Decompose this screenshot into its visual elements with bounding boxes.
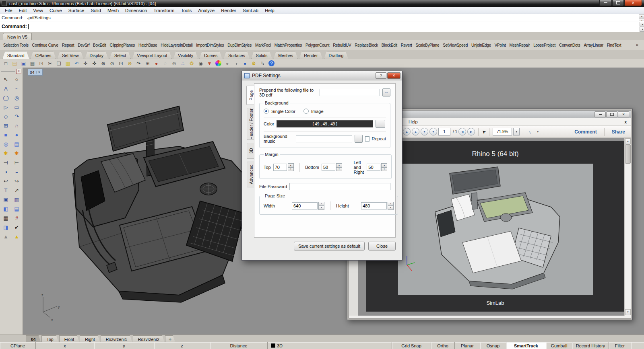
car-icon[interactable]: ●: [152, 60, 161, 67]
minimize-button[interactable]: [599, 0, 612, 6]
spin-up-icon[interactable]: ▴: [288, 163, 294, 167]
menu-item[interactable]: Surface: [65, 8, 88, 13]
command-link[interactable]: Repeat: [62, 43, 74, 47]
curve-icon[interactable]: ~: [11, 84, 22, 93]
toolbar-tab[interactable]: Render: [299, 51, 322, 59]
planes-icon[interactable]: ▤: [11, 140, 22, 149]
command-link[interactable]: Revert: [401, 43, 412, 47]
command-link[interactable]: RebuildUV: [333, 43, 351, 47]
fillet-icon[interactable]: ↩: [0, 177, 11, 186]
spin-down-icon[interactable]: ▾: [388, 206, 394, 210]
command-link[interactable]: DevSrf: [78, 43, 89, 47]
sidebar-slider[interactable]: [1, 71, 15, 72]
color-wheel-icon[interactable]: [214, 60, 223, 67]
rotate-view-icon[interactable]: ↷: [134, 60, 143, 67]
status-toggle[interactable]: Osnap: [480, 342, 506, 349]
new-file-icon[interactable]: □: [2, 60, 10, 67]
background-color-swatch[interactable]: { 49 , 49 , 49 }: [277, 120, 373, 127]
toolbar-overflow-chevron[interactable]: »: [636, 42, 638, 47]
comment-button[interactable]: Comment: [574, 129, 597, 135]
sphere-shaded-icon[interactable]: ◑: [232, 60, 240, 67]
select-tool-icon[interactable]: ➤: [481, 128, 487, 135]
solid-tools-icon[interactable]: ◧: [0, 204, 11, 214]
ghost-icon[interactable]: ◌: [161, 60, 169, 67]
sidebar-close-icon[interactable]: ✕: [16, 69, 21, 74]
command-prompt[interactable]: Command: ▴ ▾: [0, 21, 644, 32]
viewport-tab[interactable]: Front: [59, 335, 80, 343]
viewport-tab[interactable]: Top: [41, 335, 59, 343]
copy-icon[interactable]: ❏: [55, 60, 63, 67]
close-button[interactable]: ✕: [624, 0, 642, 6]
pdf-preview-image[interactable]: [398, 164, 593, 295]
boolean-diff-icon[interactable]: ◒: [11, 167, 22, 177]
save-icon[interactable]: ▣: [19, 60, 28, 67]
toolbar-tab[interactable]: Surfaces: [223, 51, 250, 59]
menu-item[interactable]: Transform: [150, 8, 178, 13]
margin-top-input[interactable]: [273, 164, 287, 171]
menu-item[interactable]: Curve: [46, 8, 65, 13]
trim-icon[interactable]: ⊣: [0, 158, 11, 167]
spin-down-icon[interactable]: ▾: [288, 167, 294, 171]
polygon-icon[interactable]: ◇: [0, 112, 11, 121]
viewport-tab[interactable]: Right: [80, 335, 100, 343]
torus-icon[interactable]: ◎: [0, 140, 11, 149]
file-password-input[interactable]: [289, 183, 390, 190]
menu-item[interactable]: Analyze: [195, 8, 218, 13]
status-toggle[interactable]: SmartTrack: [506, 342, 546, 349]
shaded-display-icon[interactable]: ▼: [205, 60, 214, 67]
save-default-button[interactable]: Save current settings as default: [294, 242, 365, 250]
command-link[interactable]: Selection Tools: [3, 43, 29, 47]
command-link[interactable]: DupDimStyles: [227, 43, 252, 47]
menu-item[interactable]: Help: [262, 8, 278, 13]
zoom-extents-icon[interactable]: ⊛: [126, 60, 134, 67]
spin-up-icon[interactable]: ▴: [318, 202, 324, 206]
prepend-file-input[interactable]: [320, 89, 380, 96]
menu-item[interactable]: File: [2, 8, 16, 13]
command-link[interactable]: PolygonCount: [305, 43, 329, 47]
status-cell[interactable]: CPlane: [0, 342, 36, 349]
command-link[interactable]: LooseProject: [533, 43, 555, 47]
lock-icon[interactable]: ◉: [196, 60, 205, 67]
pdf-maximize-button[interactable]: [606, 111, 617, 117]
command-link[interactable]: ConvertDots: [559, 43, 580, 47]
spin-down-icon[interactable]: ▾: [318, 206, 324, 210]
music-browse-button[interactable]: ...: [355, 135, 363, 143]
status-cell[interactable]: z: [154, 342, 210, 349]
height-input[interactable]: [361, 202, 387, 209]
circle-icon[interactable]: ◯: [0, 93, 11, 103]
polyline-icon[interactable]: Λ: [0, 84, 11, 93]
pdf-minimize-button[interactable]: [594, 111, 606, 117]
width-input[interactable]: [292, 202, 318, 209]
blend-icon[interactable]: ↪: [11, 177, 22, 186]
margin-bottom-input[interactable]: [322, 164, 335, 171]
viewport-layout-icon[interactable]: ⊞: [143, 60, 152, 67]
add-viewport-tab-icon[interactable]: ✛: [165, 335, 175, 343]
command-link[interactable]: HideLayersInDetail: [161, 43, 192, 47]
frame-icon[interactable]: #: [11, 214, 22, 223]
undo-icon[interactable]: ↶: [72, 60, 81, 67]
spin-down-icon[interactable]: ▾: [336, 167, 342, 171]
viewport-tab[interactable]: Rozvržení2: [133, 335, 165, 343]
status-toggle[interactable]: Ortho: [431, 342, 455, 349]
array-edit-icon[interactable]: ▥: [11, 195, 22, 204]
toolbar-group-tab[interactable]: New in V5: [3, 33, 32, 40]
image-radio[interactable]: [303, 109, 309, 114]
pdf-scrollbar[interactable]: ▲ ▼: [624, 138, 631, 316]
help-icon[interactable]: ?: [267, 60, 276, 67]
cone-icon[interactable]: ▲: [0, 232, 11, 241]
layer-panel[interactable]: 3D: [268, 342, 392, 349]
ellipse-icon[interactable]: ◎: [11, 93, 22, 103]
maximize-button[interactable]: [612, 0, 624, 6]
command-link[interactable]: ReplaceBlock: [355, 43, 378, 47]
patch-icon[interactable]: ∩: [11, 121, 22, 130]
spin-down-icon[interactable]: ▾: [381, 167, 387, 171]
sphere-icon[interactable]: ●: [223, 60, 231, 67]
zoom-level-input[interactable]: [493, 128, 512, 135]
command-link[interactable]: BlockEdit: [382, 43, 397, 47]
next-page-button[interactable]: ▼: [421, 128, 428, 135]
chevron-down-icon[interactable]: ▼: [36, 71, 41, 74]
surface-icon[interactable]: ⊞: [0, 121, 11, 130]
menu-item[interactable]: Mesh: [104, 8, 122, 13]
command-link[interactable]: BoxEdit: [93, 43, 106, 47]
burst-icon[interactable]: ✱: [11, 149, 22, 158]
